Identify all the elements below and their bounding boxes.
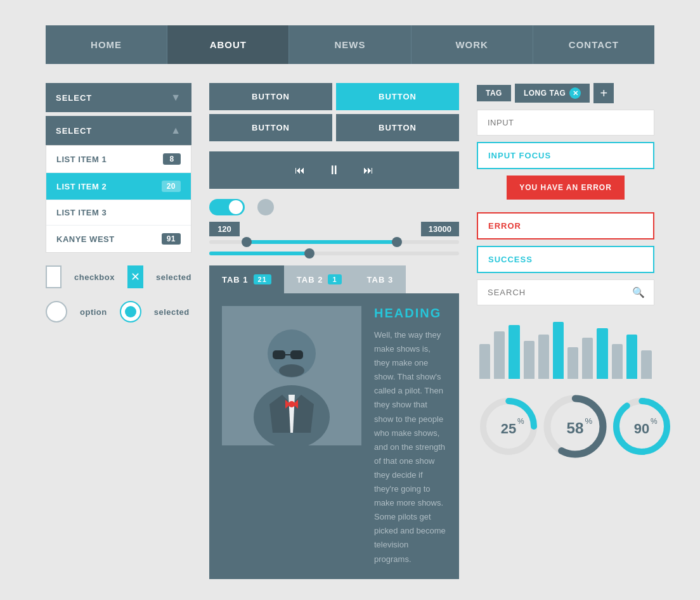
next-button[interactable]: ⏭ <box>352 160 385 181</box>
chart-bar <box>524 341 535 379</box>
single-slider[interactable] <box>209 252 459 255</box>
nav-about[interactable]: ABOUT <box>167 25 289 64</box>
error-tooltip-wrap: YOU HAVE AN ERROR <box>477 176 654 206</box>
radio-unselected[interactable] <box>46 301 67 322</box>
list-item-badge: 20 <box>162 181 181 192</box>
list-item-label: LIST ITEM 3 <box>56 208 107 217</box>
button-1[interactable]: BUTTON <box>209 83 332 110</box>
list-item[interactable]: KANYE WEST 91 <box>46 226 191 252</box>
slider-right-value: 13000 <box>421 222 459 236</box>
donut-chart: 58% <box>540 392 610 461</box>
tab-content: HEADING Well, the way they make shows is… <box>209 293 459 579</box>
tab-2[interactable]: TAB 2 1 <box>284 265 354 293</box>
nav-home[interactable]: HOME <box>46 25 167 64</box>
input-field[interactable] <box>477 110 654 136</box>
svg-text:%: % <box>651 417 658 426</box>
tag-add-button[interactable]: + <box>593 83 614 103</box>
chart-bar <box>582 338 593 379</box>
media-player: ⏮ ⏸ ⏭ <box>209 151 459 189</box>
chart-bar <box>597 328 607 379</box>
svg-text:90: 90 <box>634 421 649 437</box>
select-dropdown-2[interactable]: SELECT ▲ <box>46 116 191 145</box>
bar-chart <box>477 316 654 379</box>
toggle-row <box>209 199 459 215</box>
chart-bar <box>567 347 578 379</box>
tab-heading: HEADING <box>374 306 446 321</box>
toggle-circle[interactable] <box>257 199 274 215</box>
svg-text:25: 25 <box>501 421 516 437</box>
tag-2-label: LONG TAG <box>524 89 566 98</box>
radio-selected[interactable] <box>120 301 141 322</box>
search-input[interactable] <box>477 280 623 305</box>
checkbox-row: checkbox ✕ selected <box>46 265 191 288</box>
mid-column: BUTTON BUTTON BUTTON BUTTON ⏮ ⏸ ⏭ 120 1 <box>209 83 459 579</box>
error-field[interactable] <box>477 212 654 239</box>
donut-chart: 90% <box>610 395 673 458</box>
tab-1-badge: 21 <box>254 274 271 284</box>
chart-bar <box>612 344 623 379</box>
left-column: SELECT ▼ SELECT ▲ LIST ITEM 1 8 LIST ITE… <box>46 83 191 579</box>
button-2[interactable]: BUTTON <box>336 83 459 110</box>
nav-contact[interactable]: CONTACT <box>533 25 654 64</box>
toggle-on[interactable] <box>209 199 245 215</box>
button-3[interactable]: BUTTON <box>209 114 332 141</box>
error-button[interactable]: YOU HAVE AN ERROR <box>507 176 625 200</box>
list-item[interactable]: LIST ITEM 3 <box>46 200 191 226</box>
single-slider-thumb[interactable] <box>304 248 314 259</box>
input-focus-field[interactable] <box>477 142 654 169</box>
list-item[interactable]: LIST ITEM 1 8 <box>46 146 191 173</box>
tab-1-label: TAB 1 <box>222 275 249 284</box>
tags-row: TAG LONG TAG ✕ + <box>477 83 654 103</box>
chevron-up-icon: ▲ <box>171 125 181 136</box>
svg-text:%: % <box>517 417 524 426</box>
chart-bar <box>626 335 637 379</box>
main-nav: HOME ABOUT NEWS WORK CONTACT <box>46 25 654 64</box>
nav-news[interactable]: NEWS <box>289 25 411 64</box>
tab-2-label: TAB 2 <box>297 275 323 284</box>
svg-rect-9 <box>273 350 285 359</box>
list-item-label: LIST ITEM 1 <box>56 155 107 164</box>
checkbox-label: checkbox <box>74 272 115 282</box>
button-4[interactable]: BUTTON <box>336 114 459 141</box>
option-label: option <box>80 307 107 317</box>
svg-rect-10 <box>290 350 303 359</box>
slider-thumb-right[interactable] <box>392 237 402 247</box>
chart-bar <box>641 350 652 379</box>
prev-button[interactable]: ⏮ <box>283 160 316 181</box>
tabs: TAB 1 21 TAB 2 1 TAB 3 <box>209 265 459 293</box>
slider-track[interactable] <box>209 240 459 244</box>
chart-bar <box>494 331 505 379</box>
search-box: 🔍 <box>477 279 654 305</box>
nav-work[interactable]: WORK <box>412 25 533 64</box>
select-dropdown-1[interactable]: SELECT ▼ <box>46 83 191 112</box>
svg-point-12 <box>279 364 304 377</box>
donut-chart: 25% <box>477 395 540 458</box>
success-field[interactable] <box>477 246 654 273</box>
tag-remove-icon[interactable]: ✕ <box>569 87 581 99</box>
person-avatar <box>222 306 361 445</box>
pause-button[interactable]: ⏸ <box>316 158 352 182</box>
tab-1[interactable]: TAB 1 21 <box>209 265 284 293</box>
search-icon-button[interactable]: 🔍 <box>623 280 654 305</box>
tag-2[interactable]: LONG TAG ✕ <box>515 84 590 103</box>
donuts-row: 25%58%90% <box>477 392 654 461</box>
right-column: TAG LONG TAG ✕ + YOU HAVE AN ERROR <box>477 83 654 579</box>
tab-3[interactable]: TAB 3 <box>354 265 406 293</box>
chart-bar <box>479 344 490 379</box>
chart-bar <box>509 325 519 379</box>
selected-label: selected <box>156 272 191 282</box>
checkbox-unchecked[interactable] <box>46 265 62 288</box>
svg-text:58: 58 <box>567 419 584 437</box>
checkbox-checked[interactable]: ✕ <box>127 265 143 288</box>
tab-text: HEADING Well, the way they make shows is… <box>374 306 446 566</box>
dual-slider: 120 13000 <box>209 222 459 244</box>
list-item[interactable]: LIST ITEM 2 20 <box>46 173 191 200</box>
tab-3-label: TAB 3 <box>367 275 394 284</box>
slider-thumb-left[interactable] <box>242 237 252 247</box>
main-content: SELECT ▼ SELECT ▲ LIST ITEM 1 8 LIST ITE… <box>46 83 654 579</box>
tag-1[interactable]: TAG <box>477 85 511 101</box>
svg-text:%: % <box>585 416 592 426</box>
search-icon: 🔍 <box>632 287 645 298</box>
tab-2-badge: 1 <box>328 274 341 284</box>
list-item-label: LIST ITEM 2 <box>56 182 107 191</box>
